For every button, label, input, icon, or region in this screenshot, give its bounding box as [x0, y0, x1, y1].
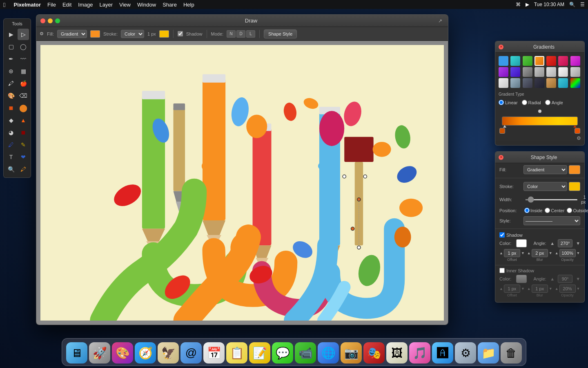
swatch-silver[interactable]	[570, 67, 580, 77]
fullscreen-button[interactable]: ↗	[438, 18, 444, 24]
shadow-color-swatch[interactable]	[516, 239, 527, 247]
tool-eraser[interactable]: ⌫	[18, 90, 29, 101]
stop-color-right[interactable]	[575, 128, 580, 134]
dock-stickies[interactable]: 📝	[249, 342, 270, 364]
tool-ellipse-select[interactable]: ◯	[18, 41, 29, 52]
swatch-orange[interactable]	[535, 56, 544, 66]
tool-brush[interactable]: 🎨	[5, 90, 17, 101]
dock-facetime[interactable]: 📹	[295, 342, 316, 364]
swatch-gray3[interactable]	[546, 67, 556, 77]
shadow-angle-arrow-down[interactable]: ▼	[576, 241, 580, 246]
share-menu[interactable]: Share	[163, 2, 177, 8]
swatch-light[interactable]	[499, 78, 508, 88]
dock-safari[interactable]: 🧭	[135, 342, 156, 364]
dock-mail[interactable]: @	[180, 342, 202, 364]
shadow-offset-down[interactable]: ▼	[521, 251, 525, 255]
outside-radio[interactable]: Outside	[567, 208, 588, 213]
stop-color-left[interactable]	[499, 128, 505, 134]
gradient-stop-right[interactable]	[573, 125, 577, 128]
dock-pixelmator[interactable]: 🎨	[112, 342, 133, 364]
swatch-purple[interactable]	[499, 67, 508, 77]
dock-finder[interactable]: 🖥	[66, 342, 87, 364]
dock-appstore[interactable]: 🅰	[432, 342, 453, 364]
inner-shadow-checkbox[interactable]	[499, 268, 505, 273]
dock-sysprefs[interactable]: ⚙	[455, 342, 476, 364]
layer-menu[interactable]: Layer	[99, 2, 113, 8]
shadow-angle-arrow-up[interactable]: ▲	[550, 241, 555, 246]
fill-color-swatch[interactable]	[90, 30, 100, 38]
file-menu[interactable]: File	[47, 2, 56, 8]
dock-messages[interactable]: 💬	[272, 342, 293, 364]
tool-shape[interactable]: ■	[18, 127, 29, 138]
gradient-bar[interactable]	[502, 117, 578, 126]
shadow-offset-up[interactable]: ▲	[499, 251, 503, 255]
shadow-blur-input[interactable]	[532, 249, 548, 257]
swatch-green[interactable]	[523, 56, 532, 66]
tool-zoom[interactable]: 🔍	[5, 164, 17, 175]
apple-menu[interactable]: 	[3, 1, 5, 8]
tool-gradient[interactable]: ⬤	[18, 102, 29, 114]
gradient-stop-left[interactable]	[503, 125, 506, 128]
inner-shadow-offset-input[interactable]	[504, 285, 520, 293]
swatch-pink[interactable]	[558, 56, 568, 66]
tool-rect-select[interactable]: ▢	[5, 41, 17, 52]
width-slider[interactable]	[525, 199, 578, 200]
tool-fill[interactable]: ■	[5, 102, 17, 114]
stroke-color-swatch[interactable]	[159, 30, 169, 38]
angle-radio[interactable]: Angle	[545, 100, 563, 105]
mode-normal[interactable]: N	[227, 30, 236, 38]
window-menu[interactable]: Window	[137, 2, 156, 8]
canvas[interactable]	[40, 45, 444, 321]
image-menu[interactable]: Image	[78, 2, 93, 8]
inner-shadow-angle-up[interactable]: ▲	[550, 276, 555, 281]
dock-eagle[interactable]: 🦅	[158, 342, 179, 364]
tool-heart[interactable]: ❤	[18, 151, 29, 163]
shape-fill-color-swatch[interactable]	[569, 165, 580, 174]
swatch-bluegray[interactable]	[510, 78, 520, 88]
tool-burn[interactable]: ▲	[18, 114, 29, 126]
swatch-white[interactable]	[558, 67, 568, 77]
dock-folder[interactable]: 📁	[478, 342, 499, 364]
fill-type-select[interactable]: Gradient Color None	[57, 30, 87, 38]
close-button[interactable]	[40, 18, 45, 23]
minimize-button[interactable]	[48, 18, 53, 23]
tool-eyedropper[interactable]: 🖍	[5, 78, 17, 89]
stroke-type-select[interactable]: Color None	[121, 30, 144, 38]
shape-fill-select[interactable]: Gradient Color None	[523, 165, 567, 174]
swatch-magenta[interactable]	[570, 56, 580, 66]
dock-launchpad[interactable]: 🚀	[89, 342, 110, 364]
inner-shadow-blur-input[interactable]	[532, 285, 548, 293]
gradient-midpoint[interactable]	[538, 110, 541, 113]
swatch-red[interactable]	[546, 56, 556, 66]
tool-transform[interactable]: ⊛	[5, 65, 17, 77]
app-name-menu[interactable]: Pixelmator	[13, 2, 40, 8]
dock-music[interactable]: 🎵	[409, 342, 430, 364]
shadow-offset-input[interactable]	[504, 249, 520, 257]
swatch-gray2[interactable]	[535, 67, 544, 77]
tool-color-pick[interactable]: 🖍	[18, 164, 29, 175]
shadow-checkbox[interactable]	[178, 31, 183, 36]
swatch-rainbow[interactable]	[570, 78, 580, 88]
shadow-angle-input[interactable]	[558, 239, 572, 247]
inner-shadow-opacity-input[interactable]	[559, 285, 576, 293]
shadow-opacity-up[interactable]: ▲	[555, 251, 559, 255]
inner-shadow-angle-input[interactable]	[558, 275, 572, 283]
tool-pen-write[interactable]: 🖊	[5, 139, 17, 150]
gradients-close-button[interactable]: ✕	[499, 45, 503, 49]
dock-iphoto[interactable]: 📷	[341, 342, 362, 364]
edit-menu[interactable]: Edit	[62, 2, 71, 8]
shape-stroke-color-swatch[interactable]	[569, 182, 580, 191]
maximize-button[interactable]	[55, 18, 60, 23]
swatch-teal[interactable]	[510, 56, 520, 66]
shape-style-button[interactable]: Shape Style	[264, 29, 297, 38]
view-menu[interactable]: View	[119, 2, 131, 8]
center-radio[interactable]: Center	[545, 208, 564, 213]
tool-pen-yellow[interactable]: ✎	[18, 139, 29, 150]
tool-lasso[interactable]: 〰	[18, 53, 29, 65]
gradient-settings-icon[interactable]: ⚙	[577, 135, 581, 141]
shape-style-close-button[interactable]: ✕	[499, 155, 503, 160]
help-menu[interactable]: Help	[183, 2, 194, 8]
shadow-opacity-down[interactable]: ▼	[577, 251, 580, 255]
swatch-indigo[interactable]	[510, 67, 520, 77]
swatch-gray1[interactable]	[523, 67, 532, 77]
